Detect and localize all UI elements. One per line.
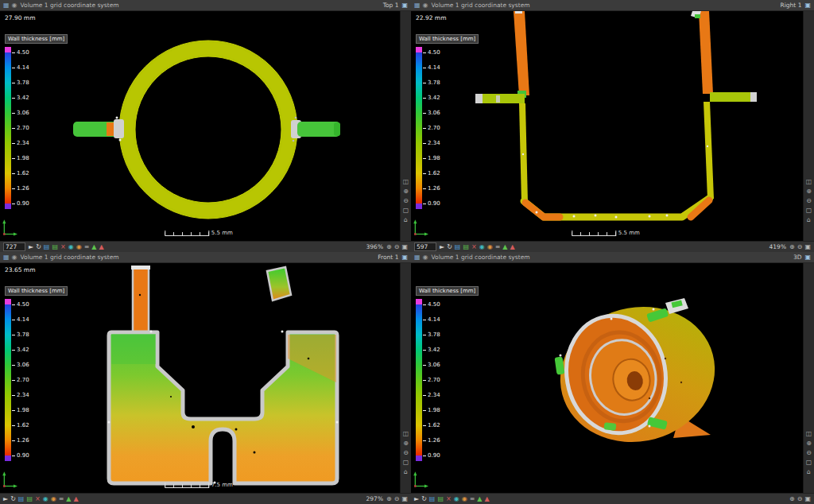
legend-tick-3.42: 3.42 [423, 347, 440, 353]
zoom-in-icon[interactable]: ⊕ [403, 188, 409, 195]
marker-cyan-icon[interactable]: ◉ [454, 496, 459, 502]
slice-green-icon[interactable]: ▤ [437, 496, 444, 502]
pointer-tool-icon[interactable]: ► [29, 244, 33, 250]
zoom-in-icon[interactable]: ⊕ [806, 440, 812, 447]
zoom-fit-icon[interactable]: ⌂ [404, 469, 408, 475]
pointer-tool-icon[interactable]: ► [440, 244, 444, 250]
zoom-in-icon[interactable]: ⊕ [403, 440, 409, 447]
zoom-fit-icon[interactable]: ▣ [804, 244, 811, 250]
view-label[interactable]: Top 1 [383, 2, 399, 9]
snapshot-icon[interactable]: ◉ [12, 2, 17, 9]
view-label[interactable]: 3D [793, 254, 802, 261]
flag-green-icon[interactable]: ▲ [502, 244, 507, 250]
panel-toggle-icon[interactable]: ◫ [806, 179, 812, 185]
marker-cyan-icon[interactable]: ◉ [43, 496, 48, 502]
layers-icon[interactable]: ≡ [59, 496, 64, 502]
marker-orange-icon[interactable]: ◉ [462, 496, 467, 502]
zoom-fit-icon[interactable]: ⌂ [807, 469, 811, 475]
view-label[interactable]: Right 1 [781, 2, 802, 9]
marker-orange-icon[interactable]: ◉ [76, 244, 82, 250]
pointer-tool-icon[interactable]: ► [414, 496, 419, 502]
marker-cyan-icon[interactable]: ◉ [68, 244, 74, 250]
strip-icons: ◫⊕⊖▢⌂ [806, 431, 812, 475]
panel-toggle-icon[interactable]: ◫ [806, 431, 812, 437]
slice-green-icon[interactable]: ▤ [52, 244, 58, 250]
zoom-out-icon[interactable]: ⊖ [806, 450, 812, 456]
slice-counter[interactable]: 597 [414, 242, 436, 251]
zoom-fit-icon[interactable]: ▣ [401, 244, 408, 250]
marker-orange-icon[interactable]: ◉ [487, 244, 493, 250]
zoom-in-icon[interactable]: ⊕ [386, 496, 392, 502]
zoom-region-icon[interactable]: ▢ [806, 207, 812, 214]
layers-icon[interactable]: ≡ [470, 496, 475, 502]
slice-canvas-right[interactable]: 22.92 mm Wall thickness [mm] 4.504.143.7… [411, 11, 803, 241]
rotate-tool-icon[interactable]: ↻ [36, 244, 41, 250]
zoom-fit-icon[interactable]: ⌂ [807, 217, 811, 223]
coordinate-system-icon[interactable]: ▦ [3, 2, 10, 9]
zoom-out-icon[interactable]: ⊖ [394, 244, 400, 250]
panel-toggle-icon[interactable]: ◫ [403, 179, 409, 185]
flag-red-icon[interactable]: ▲ [510, 244, 515, 250]
marker-orange-icon[interactable]: ◉ [51, 496, 56, 502]
slice-canvas-top[interactable]: 27.90 mm Wall thickness [mm] 4.504.143.7… [0, 11, 400, 241]
snapshot-icon[interactable]: ◉ [423, 254, 428, 261]
zoom-tool-icons: ⊕⊖▣ [789, 496, 811, 502]
slice-green-icon[interactable]: ▤ [463, 244, 469, 250]
zoom-fit-icon[interactable]: ⌂ [404, 217, 408, 223]
flag-red-icon[interactable]: ▲ [99, 244, 104, 250]
zoom-in-icon[interactable]: ⊕ [806, 188, 812, 195]
remove-icon[interactable]: × [446, 496, 452, 502]
zoom-in-icon[interactable]: ⊕ [386, 244, 392, 250]
slice-canvas-front[interactable]: 23.65 mm Wall thickness [mm] 4.504.143.7… [0, 263, 400, 493]
zoom-region-icon[interactable]: ▢ [403, 207, 409, 214]
zoom-region-icon[interactable]: ▢ [403, 459, 409, 466]
flag-green-icon[interactable]: ▲ [66, 496, 71, 502]
legend-over-range-cap [416, 47, 422, 52]
zoom-region-icon[interactable]: ▢ [806, 459, 812, 466]
flag-green-icon[interactable]: ▲ [91, 244, 96, 250]
flag-red-icon[interactable]: ▲ [485, 496, 490, 502]
pointer-tool-icon[interactable]: ► [3, 496, 8, 502]
flag-red-icon[interactable]: ▲ [74, 496, 79, 502]
zoom-in-icon[interactable]: ⊕ [789, 244, 795, 250]
rotate-tool-icon[interactable]: ↻ [10, 496, 16, 502]
zoom-fit-icon[interactable]: ▣ [401, 496, 408, 502]
zoom-out-icon[interactable]: ⊖ [403, 450, 409, 456]
rotate-tool-icon[interactable]: ↻ [447, 244, 452, 250]
zoom-out-icon[interactable]: ⊖ [394, 496, 400, 502]
slice-counter[interactable]: 727 [3, 242, 25, 251]
zoom-out-icon[interactable]: ⊖ [403, 198, 409, 204]
layers-icon[interactable]: ≡ [495, 244, 501, 250]
maximize-view-icon[interactable]: ▣ [804, 254, 811, 261]
flag-green-icon[interactable]: ▲ [477, 496, 482, 502]
slice-blue-icon[interactable]: ▤ [18, 496, 25, 502]
legend-tick-2.70: 2.70 [423, 125, 440, 131]
slice-blue-icon[interactable]: ▤ [429, 496, 436, 502]
slice-blue-icon[interactable]: ▤ [455, 244, 461, 250]
remove-icon[interactable]: × [60, 244, 66, 250]
zoom-out-icon[interactable]: ⊖ [797, 496, 803, 502]
slice-green-icon[interactable]: ▤ [26, 496, 33, 502]
zoom-in-icon[interactable]: ⊕ [789, 496, 795, 502]
snapshot-icon[interactable]: ◉ [12, 254, 17, 261]
view-label[interactable]: Front 1 [378, 254, 398, 261]
legend-over-range-cap [416, 299, 422, 304]
coordinate-system-icon[interactable]: ▦ [414, 2, 421, 9]
coordinate-system-icon[interactable]: ▦ [414, 254, 421, 261]
remove-icon[interactable]: × [471, 244, 477, 250]
marker-cyan-icon[interactable]: ◉ [479, 244, 485, 250]
render-canvas-3d[interactable]: Wall thickness [mm] 4.504.143.783.423.06… [411, 263, 803, 493]
snapshot-icon[interactable]: ◉ [423, 2, 428, 9]
layers-icon[interactable]: ≡ [84, 244, 90, 250]
rotate-tool-icon[interactable]: ↻ [421, 496, 427, 502]
remove-icon[interactable]: × [35, 496, 41, 502]
maximize-view-icon[interactable]: ▣ [401, 254, 408, 261]
coordinate-system-icon[interactable]: ▦ [3, 254, 10, 261]
zoom-fit-icon[interactable]: ▣ [804, 496, 811, 502]
zoom-out-icon[interactable]: ⊖ [806, 198, 812, 204]
panel-toggle-icon[interactable]: ◫ [403, 431, 409, 437]
maximize-view-icon[interactable]: ▣ [804, 2, 811, 9]
slice-blue-icon[interactable]: ▤ [44, 244, 50, 250]
maximize-view-icon[interactable]: ▣ [401, 2, 408, 9]
zoom-out-icon[interactable]: ⊖ [797, 244, 803, 250]
